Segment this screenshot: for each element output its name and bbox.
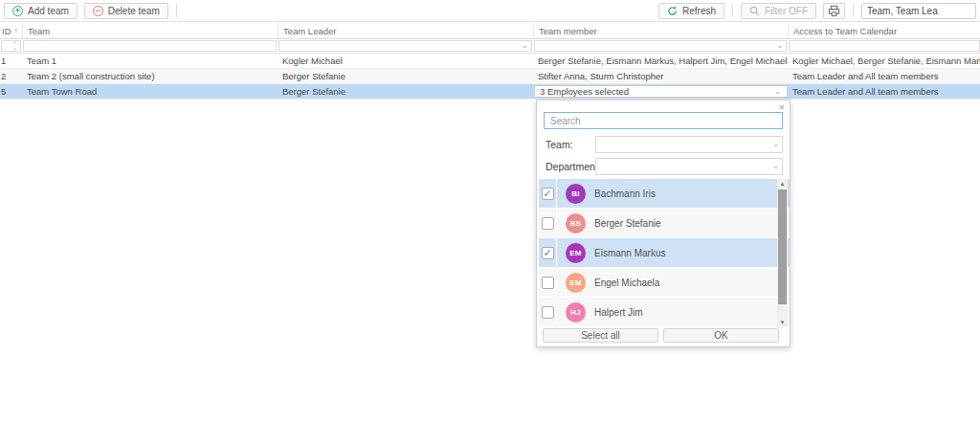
employee-row[interactable]: HJ Halpert Jim — [539, 298, 790, 327]
department-filter-select[interactable]: ⌄ — [595, 158, 783, 175]
cell-id: 5 — [0, 84, 22, 99]
sort-ascending-icon: ↑ — [14, 26, 19, 35]
department-filter-label: Department — [546, 161, 595, 172]
chevron-down-icon[interactable]: ⌄ — [522, 42, 531, 50]
employee-name: Berger Stefanie — [594, 218, 661, 229]
team-member-dropdown: × Team: ⌄ Department ⌄ BI Bachmann Iris — [536, 100, 791, 347]
column-header-id[interactable]: ID ↑ — [0, 23, 22, 38]
filter-team — [23, 40, 277, 52]
grid-body: 1 Team 1 Kogler Michael Berger Stefanie,… — [0, 54, 980, 100]
refresh-label: Refresh — [682, 6, 716, 16]
cell-team-member: Stifter Anna, Sturm Christopher — [533, 69, 788, 83]
scroll-up-icon[interactable]: ▲ — [780, 179, 786, 189]
cell-access: Team Leader and All team members — [788, 84, 980, 99]
scroll-down-icon[interactable]: ▼ — [780, 318, 786, 327]
column-header-team-member[interactable]: Team member — [533, 23, 788, 38]
avatar: BI — [566, 184, 586, 204]
cell-team: Team 2 (small construction site) — [22, 69, 278, 83]
spinner-icon[interactable]: ⌃⌄ — [12, 42, 20, 50]
table-row[interactable]: 5 Team Town Road Berger Stefanie 3 Emplo… — [0, 84, 980, 100]
table-row[interactable]: 1 Team 1 Kogler Michael Berger Stefanie,… — [0, 54, 980, 69]
scrollbar[interactable]: ▲ ▼ — [777, 179, 788, 327]
filter-team-leader-input[interactable] — [279, 41, 522, 51]
refresh-icon — [667, 6, 678, 16]
teams-grid: ID ↑ Team Team Leader Team member Access… — [0, 23, 980, 100]
employee-name: Eismann Markus — [594, 248, 665, 258]
cell-team-leader: Kogler Michael — [278, 54, 533, 68]
minus-circle-icon: − — [93, 6, 103, 16]
member-checkbox[interactable] — [542, 277, 554, 289]
select-all-button[interactable]: Select all — [543, 328, 658, 343]
employee-name: Engel Michaela — [594, 278, 659, 288]
column-header-team[interactable]: Team — [22, 23, 278, 38]
employee-row[interactable]: EM Engel Michaela — [539, 268, 790, 298]
department-filter-field: Department ⌄ — [546, 158, 783, 175]
filter-team-member: ⌄ — [534, 40, 787, 52]
team-filter-label: Team: — [546, 139, 595, 150]
team-filter-field: Team: ⌄ — [546, 136, 783, 153]
add-team-label: Add team — [28, 6, 69, 16]
avatar: BS — [566, 213, 586, 234]
filter-access-input[interactable] — [790, 41, 979, 51]
filter-team-member-input[interactable] — [535, 41, 776, 51]
filter-off-label: Filter OFF — [765, 6, 808, 16]
cell-team-leader: Berger Stefanie — [278, 84, 533, 99]
table-row[interactable]: 2 Team 2 (small construction site) Berge… — [0, 69, 980, 84]
avatar: HJ — [566, 302, 586, 323]
chevron-down-icon: ⌄ — [772, 141, 782, 148]
ok-button[interactable]: OK — [663, 328, 779, 343]
cell-team-member: Berger Stefanie, Eismann Markus, Halpert… — [533, 54, 788, 68]
cell-access: Kogler Michael, Berger Stefanie, Eismann… — [788, 54, 980, 68]
employee-row[interactable]: BI Bachmann Iris — [539, 179, 790, 209]
employee-search-input[interactable] — [544, 112, 783, 129]
teams-screen: + Add team − Delete team Refresh — [0, 0, 980, 445]
chevron-down-icon[interactable]: ⌄ — [774, 88, 782, 96]
toolbar-separator — [176, 4, 177, 17]
filter-access — [789, 40, 980, 52]
avatar: EM — [566, 273, 586, 293]
employee-row[interactable]: EM Eismann Markus — [539, 238, 790, 268]
delete-team-button[interactable]: − Delete team — [84, 3, 168, 19]
employee-name: Halpert Jim — [594, 307, 643, 318]
member-checkbox[interactable] — [542, 188, 554, 200]
grid-filter-row: ⌃⌄ ⌄ ⌄ — [0, 39, 980, 54]
column-header-access[interactable]: Access to Team Calendar — [788, 23, 980, 38]
chevron-down-icon[interactable]: ⌄ — [776, 42, 786, 50]
employee-name: Bachmann Iris — [594, 189, 656, 199]
editor-value: 3 Employees selected — [540, 86, 629, 97]
magnifier-icon — [749, 6, 760, 16]
toolbar-search-input[interactable] — [861, 3, 976, 19]
cell-team-leader: Berger Stefanie — [278, 69, 533, 83]
member-checkbox[interactable] — [542, 306, 554, 319]
dropdown-footer: Select all OK — [537, 328, 790, 343]
team-member-editor[interactable]: 3 Employees selected ⌄ — [534, 85, 788, 98]
scrollbar-thumb[interactable] — [778, 189, 787, 304]
cell-access: Team Leader and All team members — [788, 69, 980, 83]
printer-icon — [828, 5, 840, 17]
member-checkbox[interactable] — [542, 247, 554, 259]
filter-team-input[interactable] — [24, 41, 276, 51]
filter-team-leader: ⌄ — [278, 40, 532, 52]
add-team-button[interactable]: + Add team — [4, 3, 78, 19]
toolbar: + Add team − Delete team Refresh — [0, 0, 980, 22]
plus-circle-icon: + — [12, 6, 23, 16]
refresh-button[interactable]: Refresh — [658, 3, 724, 19]
employee-row[interactable]: BS Berger Stefanie — [539, 209, 790, 238]
cell-id: 2 — [0, 69, 22, 83]
filter-id: ⌃⌄ — [1, 40, 21, 52]
print-button[interactable] — [823, 3, 845, 19]
delete-team-label: Delete team — [108, 6, 160, 16]
team-filter-select[interactable]: ⌄ — [595, 136, 783, 153]
cell-id: 1 — [0, 54, 22, 68]
toolbar-separator — [853, 4, 854, 17]
cell-team: Team 1 — [22, 54, 278, 68]
filter-off-button[interactable]: Filter OFF — [741, 3, 816, 19]
avatar: EM — [566, 243, 586, 263]
member-checkbox[interactable] — [542, 217, 554, 230]
grid-header: ID ↑ Team Team Leader Team member Access… — [0, 23, 980, 39]
toolbar-right-group: Refresh Filter OFF — [658, 3, 976, 19]
column-header-team-leader[interactable]: Team Leader — [278, 23, 533, 38]
cell-team: Team Town Road — [22, 84, 278, 99]
employee-list: BI Bachmann Iris BS Berger Stefanie EM E… — [539, 179, 790, 327]
toolbar-separator — [732, 4, 733, 17]
